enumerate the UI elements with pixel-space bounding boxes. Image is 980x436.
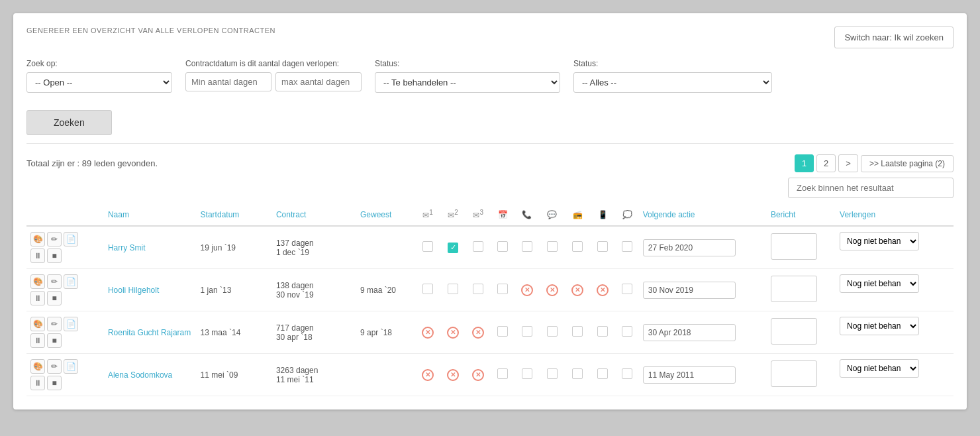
pause-icon[interactable]: ⏸ (30, 291, 45, 305)
bericht-textarea[interactable] (771, 276, 817, 302)
empty-checkbox[interactable] (572, 241, 583, 252)
empty-checkbox[interactable] (522, 326, 532, 337)
edit-icon[interactable]: ✏ (47, 359, 62, 374)
empty-checkbox[interactable] (422, 241, 433, 252)
edit-icon[interactable]: ✏ (47, 317, 62, 331)
bericht-textarea[interactable] (771, 233, 817, 260)
stop-icon[interactable]: ■ (47, 333, 62, 348)
row-phone[interactable] (514, 226, 540, 269)
pause-icon[interactable]: ⏸ (30, 248, 45, 263)
row-mail1[interactable]: ✕ (415, 354, 440, 396)
row-voicemail[interactable] (565, 226, 590, 269)
stop-icon[interactable]: ■ (47, 248, 62, 263)
row-chat[interactable] (615, 311, 639, 354)
search-button[interactable]: Zoeken (26, 110, 112, 135)
row-chat[interactable] (615, 354, 639, 396)
status1-select[interactable]: -- Te behandelen -- Actief Inactief (375, 72, 560, 93)
row-phone[interactable] (514, 354, 540, 396)
row-sms[interactable]: ✕ (590, 269, 615, 311)
edit-icon[interactable]: ✏ (47, 232, 62, 246)
row-volgende-actie[interactable] (639, 354, 767, 396)
row-agenda[interactable] (491, 311, 514, 354)
edit-icon[interactable]: ✏ (47, 274, 62, 289)
empty-checkbox[interactable] (497, 241, 508, 252)
row-bericht[interactable] (767, 226, 836, 269)
row-bericht[interactable] (767, 269, 836, 311)
row-mail2[interactable]: ✕ (440, 354, 466, 396)
empty-checkbox[interactable] (622, 326, 632, 337)
row-naam[interactable]: Hooli Hilgeholt (104, 269, 197, 311)
row-agenda[interactable] (491, 269, 514, 311)
volgende-actie-input[interactable] (643, 366, 736, 384)
row-naam[interactable]: Alena Sodomkova (104, 354, 197, 396)
row-verlengen[interactable]: Nog niet behan Verlengd Gestopt (836, 354, 954, 383)
empty-checkbox[interactable] (547, 326, 558, 337)
document-icon[interactable]: 📄 (64, 274, 78, 289)
row-verlengen[interactable]: Nog niet behan Verlengd Gestopt (836, 269, 954, 298)
verlengen-select[interactable]: Nog niet behan Verlengd Gestopt (840, 232, 919, 250)
row-whatsapp[interactable]: ✕ (540, 269, 565, 311)
row-sms[interactable] (590, 226, 615, 269)
row-mail3[interactable] (466, 226, 491, 269)
verlengen-select[interactable]: Nog niet behan Verlengd Gestopt (840, 274, 919, 293)
row-sms[interactable] (590, 311, 615, 354)
empty-checkbox[interactable] (522, 368, 532, 379)
row-whatsapp[interactable] (540, 226, 565, 269)
page-next-button[interactable]: > (838, 154, 858, 172)
row-chat[interactable] (615, 269, 639, 311)
empty-checkbox[interactable] (597, 241, 608, 252)
empty-checkbox[interactable] (547, 368, 558, 379)
empty-checkbox[interactable] (497, 368, 508, 379)
row-agenda[interactable] (491, 226, 514, 269)
row-mail3[interactable] (466, 269, 491, 311)
empty-checkbox[interactable] (448, 284, 458, 294)
pause-icon[interactable]: ⏸ (30, 376, 45, 390)
empty-checkbox[interactable] (497, 326, 508, 337)
row-mail2[interactable]: ✕ (440, 311, 466, 354)
volgende-actie-input[interactable] (643, 239, 736, 256)
row-chat[interactable] (615, 226, 639, 269)
row-mail2[interactable] (440, 269, 466, 311)
pause-icon[interactable]: ⏸ (30, 333, 45, 348)
empty-checkbox[interactable] (547, 241, 558, 252)
palette-icon[interactable]: 🎨 (30, 317, 45, 331)
empty-checkbox[interactable] (522, 241, 532, 252)
row-voicemail[interactable]: ✕ (565, 269, 590, 311)
search-within-input[interactable] (788, 178, 954, 198)
row-mail1[interactable]: ✕ (415, 311, 440, 354)
empty-checkbox[interactable] (572, 368, 583, 379)
row-agenda[interactable] (491, 354, 514, 396)
row-volgende-actie[interactable] (639, 226, 767, 269)
verlengen-select[interactable]: Nog niet behan Verlengd Gestopt (840, 359, 919, 378)
row-naam[interactable]: Harry Smit (104, 226, 197, 269)
row-sms[interactable] (590, 354, 615, 396)
row-volgende-actie[interactable] (639, 311, 767, 354)
empty-checkbox[interactable] (622, 241, 632, 252)
palette-icon[interactable]: 🎨 (30, 274, 45, 289)
palette-icon[interactable]: 🎨 (30, 232, 45, 246)
bericht-textarea[interactable] (771, 318, 817, 345)
empty-checkbox[interactable] (597, 368, 608, 379)
volgende-actie-input[interactable] (643, 324, 736, 341)
row-verlengen[interactable]: Nog niet behan Verlengd Gestopt (836, 311, 954, 341)
stop-icon[interactable]: ■ (47, 291, 62, 305)
row-bericht[interactable] (767, 354, 836, 396)
verlengen-select[interactable]: Nog niet behan Verlengd Gestopt (840, 317, 919, 335)
document-icon[interactable]: 📄 (64, 317, 78, 331)
volgende-actie-input[interactable] (643, 282, 736, 299)
page-1-button[interactable]: 1 (795, 154, 814, 172)
row-mail1[interactable] (415, 226, 440, 269)
empty-checkbox[interactable] (622, 284, 632, 294)
row-whatsapp[interactable] (540, 354, 565, 396)
row-volgende-actie[interactable] (639, 269, 767, 311)
empty-checkbox[interactable] (473, 284, 483, 294)
row-mail3[interactable]: ✕ (466, 311, 491, 354)
row-verlengen[interactable]: Nog niet behan Verlengd Gestopt (836, 227, 954, 256)
row-mail2[interactable]: ✓ (440, 226, 466, 269)
empty-checkbox[interactable] (622, 368, 632, 379)
row-naam[interactable]: Roenita Gucht Rajaram (104, 311, 197, 354)
empty-checkbox[interactable] (497, 284, 508, 294)
empty-checkbox[interactable] (597, 326, 608, 337)
document-icon[interactable]: 📄 (64, 232, 78, 246)
row-bericht[interactable] (767, 311, 836, 354)
